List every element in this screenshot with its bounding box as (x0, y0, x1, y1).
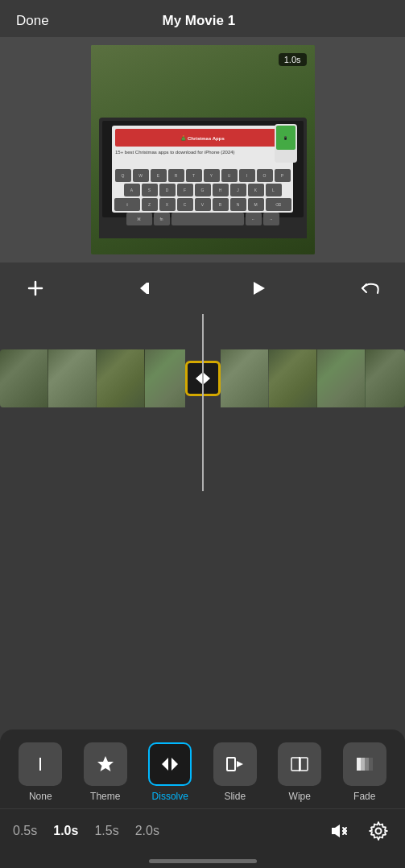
svg-marker-2 (140, 283, 147, 294)
undo-button[interactable] (353, 272, 386, 304)
transition-none-icon[interactable] (19, 742, 62, 786)
transition-wipe[interactable]: Wipe (275, 742, 324, 802)
svg-marker-4 (254, 282, 265, 295)
transition-fade-label: Fade (353, 791, 375, 802)
settings-button[interactable] (365, 817, 392, 845)
mute-button[interactable] (324, 817, 352, 845)
transition-theme[interactable]: Theme (81, 742, 130, 802)
transition-dissolve[interactable]: Dissolve (146, 742, 194, 802)
keyboard-area: QWERTYUIOP ASDFGHJKL ⇧ZXCVBNM⌫ ⌘fn ←→ (91, 166, 315, 230)
bottom-panel: None Theme Dissolve (0, 730, 405, 868)
svg-point-27 (376, 829, 382, 834)
duration-options: 0.5s 1.0s 1.5s 2.0s (13, 824, 159, 838)
svg-rect-21 (369, 758, 373, 771)
transition-slide-icon[interactable] (213, 742, 257, 786)
add-button[interactable] (19, 272, 52, 304)
duration-badge: 1.0s (279, 53, 307, 66)
svg-rect-3 (147, 283, 149, 294)
header: Done My Movie 1 (0, 0, 405, 37)
svg-marker-9 (162, 758, 168, 771)
svg-rect-14 (300, 758, 308, 771)
done-button[interactable]: Done (16, 13, 49, 29)
transition-slide-label: Slide (224, 791, 246, 802)
svg-rect-13 (291, 758, 300, 771)
svg-marker-6 (204, 373, 210, 384)
transition-theme-icon[interactable] (84, 742, 127, 786)
transition-fade[interactable]: Fade (341, 742, 389, 802)
right-icons (324, 817, 392, 845)
transition-wipe-label: Wipe (289, 791, 311, 802)
rewind-button[interactable] (130, 272, 163, 304)
duration-0-5s[interactable]: 0.5s (13, 824, 37, 838)
svg-marker-10 (172, 758, 178, 771)
transition-dissolve-icon[interactable] (148, 742, 192, 786)
preview-area: 🎄 Christmas Apps 15+ best Christmas apps… (0, 37, 405, 262)
transition-none-label: None (29, 791, 52, 802)
transition-none[interactable]: None (16, 742, 64, 802)
duration-2-0s[interactable]: 2.0s (135, 824, 159, 838)
transition-wipe-icon[interactable] (278, 742, 321, 786)
transition-theme-label: Theme (90, 791, 120, 802)
svg-marker-8 (97, 756, 114, 771)
duration-1-0s[interactable]: 1.0s (53, 824, 78, 838)
play-button[interactable] (242, 272, 275, 304)
svg-rect-20 (365, 758, 369, 771)
svg-rect-19 (361, 758, 365, 771)
transition-dissolve-label: Dissolve (152, 791, 188, 802)
svg-marker-12 (237, 761, 243, 767)
svg-rect-11 (227, 758, 235, 771)
transition-slide[interactable]: Slide (211, 742, 259, 802)
transition-picker: None Theme Dissolve (0, 730, 405, 809)
home-indicator (149, 859, 257, 863)
duration-1-5s[interactable]: 1.5s (94, 824, 118, 838)
svg-rect-18 (357, 758, 361, 771)
svg-marker-22 (332, 825, 340, 837)
movie-title: My Movie 1 (162, 13, 235, 29)
timeline-area (0, 314, 405, 491)
svg-rect-7 (39, 758, 41, 771)
duration-row: 0.5s 1.0s 1.5s 2.0s (0, 809, 405, 853)
preview-frame: 🎄 Christmas Apps 15+ best Christmas apps… (91, 45, 315, 254)
transition-fade-icon[interactable] (343, 742, 386, 786)
controls-row (0, 262, 405, 314)
svg-marker-5 (196, 373, 202, 384)
playhead-line (202, 314, 204, 491)
